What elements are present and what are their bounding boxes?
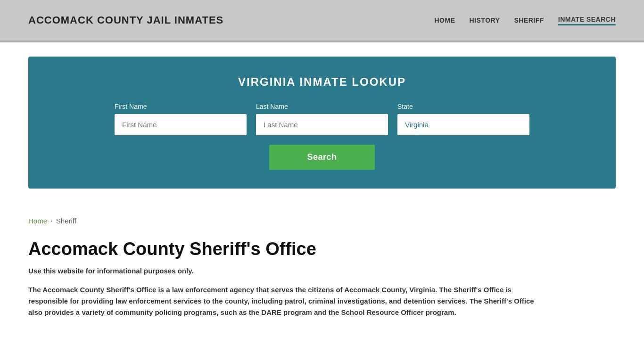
disclaimer-text: Use this website for informational purpo… (28, 267, 616, 275)
description-text: The Accomack County Sheriff's Office is … (28, 284, 547, 318)
inmate-search-form: First Name Last Name State Search (57, 103, 587, 170)
page-title: Accomack County Sheriff's Office (28, 239, 616, 259)
last-name-group: Last Name (256, 103, 388, 135)
nav-history[interactable]: HISTORY (470, 16, 500, 24)
last-name-label: Last Name (256, 103, 388, 110)
breadcrumb-home[interactable]: Home (28, 217, 47, 225)
nav-inmate-search[interactable]: INMATE SEARCH (558, 16, 616, 25)
last-name-input[interactable] (256, 114, 388, 135)
site-header: ACCOMACK COUNTY JAIL INMATES HOME HISTOR… (0, 0, 644, 42)
search-button[interactable]: Search (269, 145, 374, 170)
first-name-label: First Name (115, 103, 247, 110)
nav-home[interactable]: HOME (435, 16, 455, 24)
search-banner: VIRGINIA INMATE LOOKUP First Name Last N… (28, 57, 616, 189)
search-banner-title: VIRGINIA INMATE LOOKUP (57, 75, 587, 89)
breadcrumb-separator: • (51, 219, 52, 223)
breadcrumb-current: Sheriff (56, 217, 76, 225)
state-label: State (397, 103, 529, 110)
search-fields: First Name Last Name State (57, 103, 587, 135)
main-content: Home • Sheriff Accomack County Sheriff's… (0, 203, 644, 332)
nav-sheriff[interactable]: SHERIFF (514, 16, 544, 24)
state-group: State (397, 103, 529, 135)
main-nav: HOME HISTORY SHERIFF INMATE SEARCH (435, 16, 616, 25)
first-name-group: First Name (115, 103, 247, 135)
site-title: ACCOMACK COUNTY JAIL INMATES (28, 14, 223, 26)
state-input[interactable] (397, 114, 529, 135)
breadcrumb: Home • Sheriff (28, 217, 616, 225)
first-name-input[interactable] (115, 114, 247, 135)
